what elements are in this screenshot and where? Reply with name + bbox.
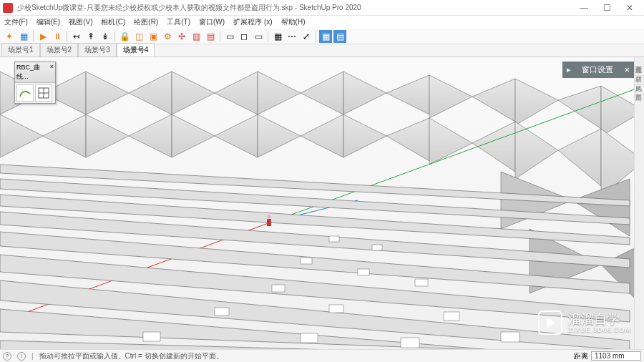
gear-icon[interactable]: ⚙ bbox=[161, 30, 174, 43]
info-icon[interactable]: i bbox=[17, 352, 26, 361]
maximize-button[interactable]: ☐ bbox=[595, 1, 618, 15]
tray-panel[interactable]: ▸ 窗口设置 × bbox=[562, 62, 634, 78]
svg-marker-20 bbox=[215, 114, 258, 157]
right-dock-tabs: 图元信息 材质 风格 图层 bbox=[634, 57, 644, 351]
measurement-box: 距离 1103 mm bbox=[574, 351, 641, 361]
panel-icon[interactable]: ▦ bbox=[319, 30, 332, 43]
svg-marker-17 bbox=[86, 114, 129, 157]
menu-camera[interactable]: 相机(C) bbox=[98, 17, 128, 27]
rect-icon[interactable]: ▭ bbox=[252, 30, 265, 43]
svg-marker-6 bbox=[258, 72, 301, 114]
floating-toolbar[interactable]: RBC_曲线... × bbox=[14, 62, 56, 104]
svg-rect-50 bbox=[415, 279, 428, 286]
svg-rect-46 bbox=[329, 236, 339, 242]
svg-rect-59 bbox=[267, 219, 271, 226]
svg-marker-28 bbox=[558, 129, 601, 186]
grid-icon[interactable]: ▦ bbox=[271, 30, 284, 43]
svg-marker-26 bbox=[472, 122, 515, 172]
main-toolbar: ✦ ▦ ▶ ⏸ ↢ ↟ ↡ 🔒 ◫ ▣ ⚙ ✣ ▥ ▤ ▭ ◻ ▭ ▦ ⋯ ⤢ … bbox=[0, 29, 644, 44]
watermark-subtext: ZIXUE.3D66.COM bbox=[568, 327, 631, 333]
svg-rect-53 bbox=[329, 305, 343, 313]
svg-marker-24 bbox=[386, 118, 429, 161]
minimize-button[interactable]: — bbox=[572, 1, 595, 15]
scene-tab-4[interactable]: 场景号4 bbox=[117, 43, 155, 57]
menu-tools[interactable]: 工具(T) bbox=[164, 17, 193, 27]
menu-view[interactable]: 视图(V) bbox=[66, 17, 95, 27]
svg-marker-9 bbox=[386, 75, 429, 114]
menu-window[interactable]: 窗口(W) bbox=[196, 17, 228, 27]
svg-point-60 bbox=[268, 215, 271, 219]
box-icon[interactable]: ▣ bbox=[147, 30, 160, 43]
vbar-icon: | bbox=[31, 352, 34, 360]
play-icon[interactable]: ▶ bbox=[36, 30, 49, 43]
svg-rect-52 bbox=[215, 308, 229, 315]
tray-close-icon[interactable]: × bbox=[624, 64, 630, 75]
svg-marker-4 bbox=[172, 72, 215, 114]
svg-marker-18 bbox=[129, 114, 172, 157]
svg-marker-13 bbox=[558, 86, 601, 129]
svg-rect-56 bbox=[301, 333, 318, 343]
grid-tool-icon[interactable] bbox=[35, 84, 52, 102]
svg-rect-47 bbox=[372, 245, 382, 250]
arrow-down-icon[interactable]: ↡ bbox=[99, 30, 112, 43]
svg-marker-2 bbox=[86, 72, 129, 114]
tool-icon[interactable]: ▦ bbox=[17, 30, 30, 43]
menu-draw[interactable]: 绘图(R) bbox=[131, 17, 161, 27]
menu-file[interactable]: 文件(F) bbox=[1, 17, 31, 27]
folder-icon[interactable]: ▥ bbox=[190, 30, 203, 43]
curve-tool-icon[interactable] bbox=[16, 84, 34, 102]
svg-marker-5 bbox=[215, 72, 258, 114]
cube-icon[interactable]: ◫ bbox=[132, 30, 145, 43]
close-icon[interactable]: × bbox=[50, 63, 54, 82]
window-controls: — ☐ ✕ bbox=[572, 1, 641, 15]
help-icon[interactable]: ? bbox=[3, 352, 11, 361]
svg-marker-8 bbox=[343, 72, 386, 114]
svg-rect-58 bbox=[501, 332, 519, 342]
arrow-up-icon[interactable]: ↟ bbox=[84, 30, 97, 43]
vtab-materials[interactable]: 材质 bbox=[635, 67, 644, 76]
pause-icon[interactable]: ⏸ bbox=[51, 30, 64, 43]
tool-icon[interactable]: ✦ bbox=[3, 30, 16, 43]
svg-marker-22 bbox=[301, 114, 343, 157]
viewport-3d[interactable]: RBC_曲线... × ▸ 窗口设置 × 图元信息 材质 风格 图层 溜溜自学 … bbox=[0, 57, 644, 351]
panel-icon[interactable]: ▤ bbox=[333, 30, 346, 43]
measurement-value[interactable]: 1103 mm bbox=[591, 351, 641, 361]
svg-marker-11 bbox=[472, 79, 515, 122]
rect-icon[interactable]: ▭ bbox=[223, 30, 236, 43]
svg-rect-54 bbox=[444, 312, 459, 321]
dash-icon[interactable]: ⋯ bbox=[286, 30, 298, 43]
svg-marker-12 bbox=[515, 79, 558, 125]
folder-icon[interactable]: ▤ bbox=[204, 30, 217, 43]
svg-rect-49 bbox=[358, 269, 369, 275]
scene-tab-2[interactable]: 场景号2 bbox=[40, 43, 79, 57]
svg-rect-55 bbox=[143, 332, 160, 341]
svg-marker-10 bbox=[429, 75, 472, 118]
vtab-entity-info[interactable]: 图元信息 bbox=[635, 57, 644, 67]
scene-tab-3[interactable]: 场景号3 bbox=[78, 43, 117, 57]
arrow-left-icon[interactable]: ↢ bbox=[70, 30, 83, 43]
svg-marker-7 bbox=[301, 72, 343, 114]
play-icon bbox=[538, 310, 562, 335]
measurement-label: 距离 bbox=[574, 351, 588, 361]
scene-tabs: 场景号1 场景号2 场景号3 场景号4 bbox=[0, 44, 644, 57]
menu-edit[interactable]: 编辑(E) bbox=[34, 17, 63, 27]
scene-tab-1[interactable]: 场景号1 bbox=[1, 43, 40, 57]
floating-toolbar-title[interactable]: RBC_曲线... × bbox=[15, 62, 55, 83]
menu-bar: 文件(F) 编辑(E) 视图(V) 相机(C) 绘图(R) 工具(T) 窗口(W… bbox=[0, 16, 644, 29]
svg-rect-51 bbox=[272, 285, 285, 292]
scene-geometry bbox=[0, 57, 644, 351]
menu-extensions[interactable]: 扩展程序 (x) bbox=[230, 17, 275, 27]
svg-marker-15 bbox=[0, 114, 43, 157]
window-title: 少校SketchUp微课堂-只要您未经少校授权或少校本人获取的视频文件都是盗用行… bbox=[17, 3, 572, 13]
menu-help[interactable]: 帮助(H) bbox=[278, 17, 308, 27]
tray-arrow-icon[interactable]: ▸ bbox=[567, 65, 571, 74]
status-hint: 拖动可推拉平面或输入值。Ctrl = 切换创建新的开始平面。 bbox=[39, 351, 568, 361]
expand-icon[interactable]: ⤢ bbox=[300, 30, 313, 43]
rect-icon[interactable]: ◻ bbox=[238, 30, 250, 43]
lock-icon[interactable]: 🔒 bbox=[118, 30, 131, 43]
vtab-layers[interactable]: 图层 bbox=[635, 85, 644, 94]
gear-icon[interactable]: ✣ bbox=[175, 30, 188, 43]
close-button[interactable]: ✕ bbox=[618, 1, 641, 15]
svg-marker-19 bbox=[172, 114, 215, 157]
vtab-styles[interactable]: 风格 bbox=[635, 76, 644, 85]
